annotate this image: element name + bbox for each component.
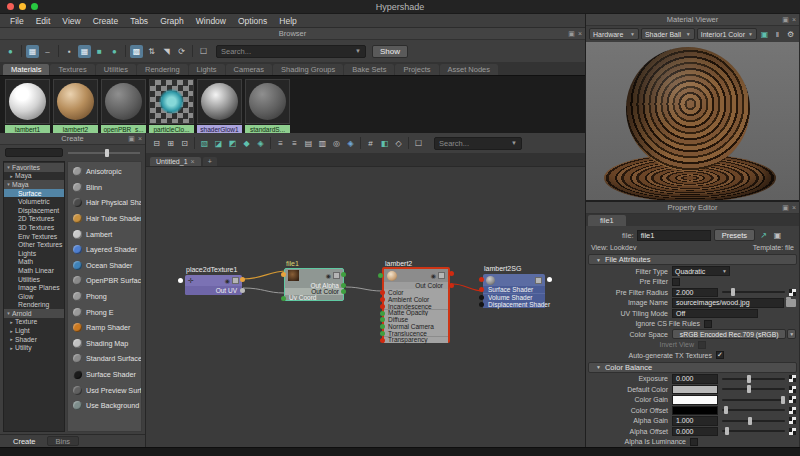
map-texture-icon[interactable] <box>789 407 796 414</box>
uv-tiling-mode-dropdown[interactable]: Off <box>672 309 758 319</box>
material-swatch[interactable]: lambert2 <box>53 79 98 134</box>
grid-view-icon[interactable]: ▦ <box>26 45 39 58</box>
material-viewport[interactable] <box>586 42 799 200</box>
tree-expand-icon[interactable]: ▸ <box>9 328 14 334</box>
small-swatch-icon[interactable]: ▪ <box>63 45 76 58</box>
attribute-slider[interactable] <box>722 388 785 390</box>
menu-item[interactable]: Create <box>87 16 125 26</box>
visibility-eye-icon[interactable]: ◉ <box>326 272 331 279</box>
output-port[interactable] <box>240 277 245 282</box>
input-port[interactable] <box>380 311 385 316</box>
environment-dropdown[interactable]: Interior1 Color▼ <box>697 28 757 40</box>
menu-item[interactable]: File <box>4 16 30 26</box>
input-port[interactable] <box>380 297 385 302</box>
float-panel-icon[interactable]: ▣ <box>782 202 789 214</box>
renderer-dropdown[interactable]: Hardware▼ <box>589 28 639 40</box>
input-port[interactable] <box>380 317 385 322</box>
view-mode-label[interactable]: View: Lookdev <box>591 244 636 251</box>
node-input-row[interactable]: Surface Shader <box>483 286 545 293</box>
input-port[interactable] <box>380 290 385 295</box>
material-swatch-thumbnail[interactable] <box>149 79 194 124</box>
tree-category-item[interactable]: Utilities <box>4 275 64 284</box>
browse-folder-icon[interactable] <box>786 299 796 307</box>
attribute-slider[interactable] <box>722 409 785 411</box>
alpha-is-luminance-checkbox[interactable] <box>690 438 698 446</box>
create-panel-tab[interactable]: Create <box>5 437 44 446</box>
node-editor-toolbar-icon[interactable]: ▤ <box>302 137 315 150</box>
tree-category-item[interactable]: ▸ Shader <box>4 335 64 344</box>
slider-handle[interactable] <box>748 417 752 425</box>
out-color-port[interactable] <box>449 283 454 288</box>
shader-list-item[interactable]: Surface Shader <box>68 367 141 383</box>
float-panel-icon[interactable]: ▣ <box>782 14 789 26</box>
node-row-uv-coord[interactable]: Uv Coord <box>285 295 343 301</box>
color-balance-section-header[interactable]: ▼ Color Balance <box>588 362 797 373</box>
attribute-value-field[interactable] <box>672 395 718 405</box>
slider-handle[interactable] <box>731 288 735 296</box>
graph-tab[interactable]: Untitled_1 × <box>150 157 201 166</box>
node-file1[interactable]: file1 ◉ Out Alpha <box>284 268 344 301</box>
node-editor-toolbar-icon[interactable]: # <box>364 137 377 150</box>
file-attributes-section-header[interactable]: ▼ File Attributes <box>588 254 797 265</box>
menu-item[interactable]: View <box>56 16 86 26</box>
menu-item[interactable]: Help <box>273 16 302 26</box>
tree-expand-icon[interactable]: ▾ <box>6 181 11 187</box>
tree-category-item[interactable]: Rendering <box>4 301 64 310</box>
map-texture-icon[interactable] <box>789 289 796 296</box>
shader-list-item[interactable]: Use Background <box>68 398 141 414</box>
input-port[interactable] <box>479 302 484 307</box>
shader-list-item[interactable]: Shading Map <box>68 336 141 352</box>
shader-list-item[interactable]: OpenPBR Surface <box>68 273 141 289</box>
pin-icon[interactable]: ◥ <box>160 45 173 58</box>
node-editor-toolbar-icon[interactable]: ▥ <box>316 137 329 150</box>
material-swatch-thumbnail[interactable] <box>5 79 50 124</box>
material-swatch[interactable]: shaderGlow1 <box>197 79 242 134</box>
output-port[interactable] <box>547 277 552 282</box>
close-panel-icon[interactable]: × <box>578 28 582 40</box>
create-panel-tab[interactable]: Bins <box>47 436 80 446</box>
tree-category-item[interactable]: 2D Textures <box>4 215 64 224</box>
map-texture-icon[interactable] <box>789 417 796 424</box>
attribute-slider[interactable] <box>722 399 785 401</box>
browser-search-input[interactable]: Search... ▼ <box>216 45 366 58</box>
attribute-value-field[interactable] <box>672 406 718 416</box>
create-node-icon[interactable]: ● <box>4 45 17 58</box>
map-texture-icon[interactable] <box>789 428 796 435</box>
float-panel-icon[interactable]: ▣ <box>568 28 575 40</box>
icon-size-slider[interactable] <box>68 152 140 154</box>
tree-category-item[interactable]: 3D Textures <box>4 223 64 232</box>
tree-category-item[interactable]: Volumetric <box>4 197 64 206</box>
input-port[interactable] <box>380 324 385 329</box>
create-search-input[interactable] <box>5 148 63 157</box>
shader-list-item[interactable]: Phong E <box>68 304 141 320</box>
refresh-swatches-icon[interactable]: ⟳ <box>175 45 188 58</box>
slider-handle[interactable] <box>105 149 109 157</box>
input-port[interactable] <box>479 295 484 300</box>
slider-handle[interactable] <box>747 385 751 393</box>
tree-category-item[interactable]: Surface <box>4 189 64 198</box>
map-texture-icon[interactable] <box>789 396 796 403</box>
output-port[interactable] <box>449 271 454 276</box>
map-texture-icon[interactable] <box>789 375 796 382</box>
node-graph-canvas[interactable]: place2dTexture1 ✛ ◉ Out UV <box>146 166 585 447</box>
tree-category-item[interactable]: Math <box>4 258 64 267</box>
attribute-value-field[interactable]: 1.000 <box>672 416 718 426</box>
minimize-window-button[interactable] <box>19 3 26 10</box>
attribute-value-field[interactable] <box>672 385 718 395</box>
node-editor-toolbar-icon[interactable]: ◪ <box>212 137 225 150</box>
visibility-eye-icon[interactable]: ◉ <box>431 272 436 279</box>
large-swatch-icon[interactable]: ■ <box>93 45 106 58</box>
material-swatch[interactable]: lambert1 <box>5 79 50 134</box>
output-port[interactable] <box>341 272 346 277</box>
render-swatch-icon[interactable]: ● <box>108 45 121 58</box>
tree-category-item[interactable]: ▸ Texture <box>4 318 64 327</box>
browser-tab[interactable]: Projects <box>395 64 438 75</box>
node-editor-toolbar-icon[interactable]: ◩ <box>226 137 239 150</box>
show-in-graph-icon[interactable]: ↗ <box>758 230 769 241</box>
node-editor-toolbar-icon[interactable]: ⊡ <box>178 137 191 150</box>
node-editor-toolbar-icon[interactable]: ◎ <box>330 137 343 150</box>
material-swatch-thumbnail[interactable] <box>101 79 146 124</box>
shader-list-item[interactable]: Anisotropic <box>68 164 141 180</box>
browser-tab[interactable]: Asset Nodes <box>440 64 499 75</box>
checker-background-icon[interactable]: ▩ <box>130 45 143 58</box>
